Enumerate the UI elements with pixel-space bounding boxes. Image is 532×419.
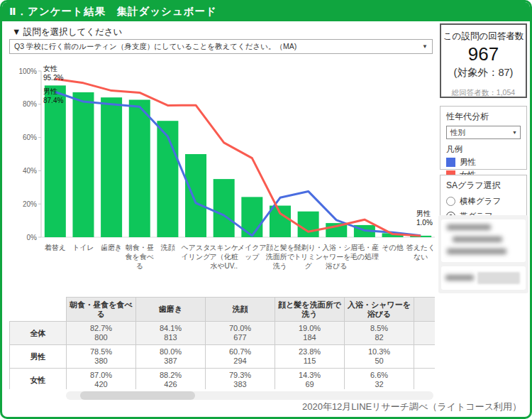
y-tick-label: 60% [23,134,37,141]
row-label: 全体 [10,322,67,345]
cell-count: 32 [346,380,412,389]
category-label: その他 [378,243,408,252]
app-header: Ⅱ．アンケート結果 集計ダッシュボード [2,2,530,21]
y-tick-label: 0% [27,234,38,241]
y-tick-label: 100% [18,67,37,75]
horizontal-scrollbar[interactable] [66,391,433,400]
blurred-text [447,224,491,230]
blurred-text [447,249,506,254]
cell-percent: 8.5% [346,324,412,334]
cell-count: 184 [277,333,343,343]
category-label: 洗顔 [153,243,182,252]
table-header-cell: 顔と髪を洗面所で洗う [275,298,345,322]
table-cell: 82.7%800 [67,322,136,345]
bar-全体[interactable] [270,206,291,237]
table-cell [414,369,436,390]
demographic-title: 性年代分析 [446,111,521,123]
question-select-label: ▼ 設問を選択してください [12,26,122,38]
table-cell [414,345,436,369]
cell-count: 387 [138,357,204,366]
category-label: 歯磨き [96,243,126,252]
table-header-cell: 朝食・昼食を食べる [67,298,136,322]
gender-select[interactable]: 性別 ▼ [446,126,521,139]
sa-graph-title: SAグラフ選択 [446,180,521,192]
cell-percent: 10.3% [346,347,412,357]
table-header-cell: 洗顔 [206,298,275,322]
blurred-dropdown [477,272,520,284]
bar-全体[interactable] [214,179,235,237]
table-cell: 19.0%184 [275,322,345,345]
chevron-down-icon: ▼ [512,126,517,138]
line-value-annotation: 男性1.0% [416,209,433,227]
bar-全体[interactable] [45,85,66,237]
legend-swatch [446,158,455,167]
cell-percent: 14.3% [277,371,343,381]
cell-count: 420 [68,380,134,389]
radio-button[interactable] [446,197,455,206]
table-cell: 79.3%383 [206,369,275,390]
table-row: 男性78.5%38080.0%38760.7%29423.8%11510.3%5… [10,345,436,369]
table-header-cell [10,298,67,322]
category-label: ヘアスタイリング [181,243,211,261]
bar-全体[interactable] [185,154,206,237]
line-value-annotation: 男性87.4% [43,87,63,105]
chart-canvas: 100%80%60%40%20%0% [18,62,438,240]
legend-label: 凡例 [446,144,521,155]
cell-percent: 87.0% [68,371,134,381]
cell-percent: 80.0% [138,347,204,357]
table-cell: 88.2%426 [136,369,206,390]
results-table-wrap: 朝食・昼食を食べる歯磨き洗顔顔と髪を洗面所で洗う入浴・シャワーを浴びる髭剃 全体… [9,297,435,389]
question-select[interactable]: Q3 学校に行く前のルーティン（身支度）にしていることを教えてください。（MA)… [9,39,433,54]
line-value-annotation: 女性95.2% [43,64,63,82]
cell-count: 813 [138,333,204,343]
table-header-row: 朝食・昼食を食べる歯磨き洗顔顔と髪を洗面所で洗う入浴・シャワーを浴びる髭剃 [10,298,436,322]
table-cell: 8.5%82 [345,322,414,345]
blurred-card [441,266,526,290]
category-label: 入浴・シャワーを浴びる [321,243,351,271]
respondents-excluded: (対象外：87) [441,66,526,80]
bar-全体[interactable] [101,97,122,237]
respondents-title: この設問の回答者数 [441,31,526,43]
category-label: 髭剃り・トリミング [294,243,323,271]
y-tick-label: 20% [23,200,37,208]
bar-全体[interactable] [129,99,150,237]
category-label: スキンケア（化粧水やUV.. [209,243,239,271]
cell-percent: 79.3% [207,371,273,381]
footnote: 2020年12月LINEリサーチ調べ（ライトコース利用） [302,401,521,413]
cell-percent: 70.0% [207,324,273,334]
table-header-cell: 入浴・シャワーを浴びる [345,298,414,322]
blurred-text [445,275,474,281]
table-cell: 14.3%69 [275,369,345,390]
radio-label: 横棒グラフ [460,196,501,207]
cell-count: 380 [68,357,134,366]
scrollbar-thumb[interactable] [80,391,195,400]
cell-count: 383 [207,380,273,389]
table-cell: 10.3%50 [345,345,414,369]
cell-count: 82 [346,333,412,343]
question-select-value: Q3 学校に行く前のルーティン（身支度）にしていることを教えてください。（MA) [14,42,297,50]
bar-全体[interactable] [298,212,319,237]
cell-percent: 19.0% [277,324,343,334]
respondents-total: 総回答者数：1,054 [441,88,526,98]
table-row: 女性87.0%42088.2%42679.3%38314.3%696.6%32 [10,369,436,390]
cell-count: 294 [207,357,273,366]
category-label: 朝食・昼食を食べる [125,243,155,271]
category-label: 顔と髪を洗面所で洗う [265,243,295,271]
table-header-cell: 歯磨き [136,298,206,322]
blurred-card [441,219,526,262]
cell-percent: 82.7% [68,324,134,334]
table-cell: 60.7%294 [206,345,275,369]
cell-percent: 6.6% [346,371,412,381]
cell-percent: 60.7% [207,347,273,357]
radio-option[interactable]: 横棒グラフ [446,196,521,207]
y-tick-label: 80% [23,100,37,108]
category-label: 答えたくない [406,243,436,261]
gender-select-value: 性別 [450,128,465,136]
demographic-box: 性年代分析 性別 ▼ 凡例 男性女性 [440,106,527,170]
cell-count: 50 [346,357,412,366]
table-cell: 87.0%420 [67,369,136,390]
bar-全体[interactable] [72,92,94,237]
legend-item-label: 男性 [460,157,476,168]
table-cell: 23.8%115 [275,345,345,369]
sa-graph-box: SAグラフ選択 横棒グラフ帯グラフ [440,175,527,219]
